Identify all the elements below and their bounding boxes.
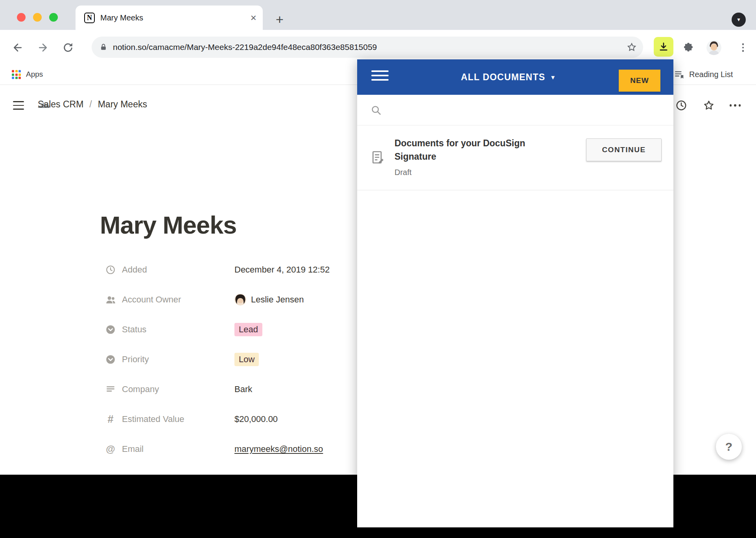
page-history-button[interactable] [674,98,688,112]
text-lines-icon [105,383,116,395]
menu-hamburger-icon[interactable] [371,70,389,81]
tab-title: Mary Meeks [100,13,143,22]
property-row-priority[interactable]: Priority Low [105,345,356,374]
breadcrumb: Sales CRM / Mary Meeks [38,99,147,110]
new-tab-button[interactable]: + [272,12,287,27]
new-document-button[interactable]: NEW [619,70,660,92]
notion-favicon-icon: N [84,13,95,23]
page-more-button[interactable] [728,98,742,112]
browser-tab[interactable]: N Mary Meeks × [76,6,263,30]
property-label: Added [122,265,228,275]
help-button[interactable]: ? [716,434,742,460]
tab-search-button[interactable]: ▼ [732,13,746,27]
notion-sidebar-toggle[interactable] [12,99,25,111]
tab-close-icon[interactable]: × [251,13,256,23]
back-arrow-icon [12,42,24,53]
property-value-account-owner[interactable]: Leslie Jensen [234,294,304,306]
document-list-item[interactable]: Documents for your DocuSign Signature Dr… [357,125,673,190]
select-icon [105,324,116,335]
apps-shortcut[interactable]: Apps [26,70,43,79]
docusign-panel: ALL DOCUMENTS ▼ NEW Documents for your D… [357,59,673,527]
documents-filter-dropdown[interactable]: ALL DOCUMENTS ▼ [461,59,557,95]
forward-arrow-icon [37,42,49,53]
minimize-window-button[interactable] [33,13,42,22]
reload-button[interactable] [61,40,76,55]
download-button[interactable] [654,37,673,57]
property-label: Status [122,324,228,335]
search-icon [371,105,382,116]
hamburger-icon [13,101,24,102]
puzzle-icon [683,42,694,53]
person-icon [105,294,116,306]
ellipsis-icon [730,104,741,107]
property-list: Added December 4, 2019 12:52 Account Own… [105,255,356,464]
reading-list-button[interactable]: Reading List [689,70,733,79]
property-row-added[interactable]: Added December 4, 2019 12:52 [105,255,356,285]
document-status: Draft [395,168,548,177]
lock-icon [100,43,107,52]
priority-badge[interactable]: Low [234,353,259,366]
maximize-window-button[interactable] [49,13,58,22]
reading-list-icon[interactable] [674,70,684,81]
property-value-company[interactable]: Bark [234,384,252,394]
status-badge[interactable]: Lead [234,323,262,336]
kebab-icon [742,43,744,45]
browser-menu-button[interactable] [736,41,750,54]
document-title: Documents for your DocuSign Signature [395,136,548,163]
hash-icon: # [105,413,116,425]
chevron-down-icon: ▼ [550,74,556,81]
property-label: Company [122,384,228,394]
address-bar[interactable] [92,37,643,58]
property-label: Account Owner [122,295,228,305]
email-link[interactable]: marymeeks@notion.so [234,444,323,454]
property-row-account-owner[interactable]: Account Owner Leslie Jensen [105,285,356,315]
profile-face-icon [706,40,721,55]
property-value-added[interactable]: December 4, 2019 12:52 [234,265,330,275]
at-icon: @ [105,443,116,455]
search-input[interactable] [388,102,673,118]
tab-strip: N Mary Meeks × + ▼ [0,0,756,30]
document-signature-icon [371,150,385,166]
download-icon [658,41,669,52]
bookmark-star-icon[interactable] [627,42,637,52]
select-icon [105,354,116,365]
property-label: Estimated Value [122,414,228,424]
property-row-company[interactable]: Company Bark [105,374,356,404]
profile-avatar[interactable] [706,40,721,55]
document-search-bar[interactable] [357,95,673,125]
property-value-estimated[interactable]: $20,000.00 [234,414,278,424]
clock-icon [675,99,687,111]
page-title: Mary Meeks [100,211,236,239]
breadcrumb-separator: / [89,99,92,110]
forward-button[interactable] [35,40,50,55]
docusign-header: ALL DOCUMENTS ▼ NEW [357,59,673,95]
filter-label: ALL DOCUMENTS [461,72,546,83]
property-label: Email [122,444,228,454]
property-row-estimated-value[interactable]: # Estimated Value $20,000.00 [105,404,356,434]
window-controls [17,13,58,22]
apps-grid-icon[interactable] [12,70,21,79]
extensions-button[interactable] [681,40,696,55]
back-button[interactable] [10,40,25,55]
clock-icon [105,264,116,276]
star-icon [703,99,715,111]
person-avatar [234,294,246,306]
reload-icon [62,42,74,53]
breadcrumb-workspace[interactable]: Sales CRM [38,99,83,110]
url-input[interactable] [113,42,627,52]
favorite-button[interactable] [702,98,716,112]
close-window-button[interactable] [17,13,26,22]
person-name: Leslie Jensen [251,295,304,305]
continue-button[interactable]: CONTINUE [586,138,662,161]
property-row-email[interactable]: @ Email marymeeks@notion.so [105,434,356,464]
property-row-status[interactable]: Status Lead [105,315,356,345]
breadcrumb-page[interactable]: Mary Meeks [98,99,147,110]
property-label: Priority [122,354,228,365]
